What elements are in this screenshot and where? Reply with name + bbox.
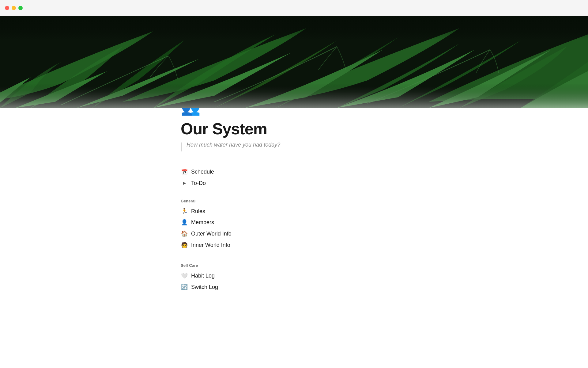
schedule-label: Schedule xyxy=(191,167,214,176)
cover-image xyxy=(0,16,588,108)
habit-log-label: Habit Log xyxy=(191,271,215,280)
window-controls xyxy=(5,6,23,10)
inner-world-icon: 🧑 xyxy=(181,241,188,250)
inner-world-info-label: Inner World Info xyxy=(191,241,230,250)
general-section-label: General xyxy=(181,199,407,203)
switch-log-icon: 🔄 xyxy=(181,283,188,292)
general-section: General 🏃 Rules 👤 Members 🏠 Outer World … xyxy=(181,199,407,251)
outer-world-info-label: Outer World Info xyxy=(191,229,232,238)
maximize-button[interactable] xyxy=(18,6,23,10)
switch-log-item[interactable]: 🔄 Switch Log xyxy=(181,282,407,293)
switch-log-label: Switch Log xyxy=(191,283,218,292)
members-label: Members xyxy=(191,218,214,227)
toggle-arrow-icon: ▶ xyxy=(181,180,188,186)
callout-bar xyxy=(181,142,182,151)
close-button[interactable] xyxy=(5,6,9,10)
page-content: 👥 Our System How much water have you had… xyxy=(156,99,432,293)
top-nav-group: 📅 Schedule ▶ To-Do xyxy=(181,166,407,189)
outer-world-info-item[interactable]: 🏠 Outer World Info xyxy=(181,228,407,240)
self-care-section-label: Self Care xyxy=(181,263,407,268)
rules-icon: 🏃 xyxy=(181,207,188,216)
outer-world-icon: 🏠 xyxy=(181,229,188,238)
members-item[interactable]: 👤 Members xyxy=(181,217,407,228)
members-icon: 👤 xyxy=(181,218,188,227)
cover-ferns-background xyxy=(0,16,588,108)
callout-block: How much water have you had today? xyxy=(181,142,407,151)
callout-text: How much water have you had today? xyxy=(187,142,280,148)
todo-label: To-Do xyxy=(191,179,206,188)
titlebar xyxy=(0,0,588,16)
minimize-button[interactable] xyxy=(12,6,16,10)
self-care-section: Self Care 🤍 Habit Log 🔄 Switch Log xyxy=(181,263,407,293)
calendar-icon: 📅 xyxy=(181,167,188,176)
rules-item[interactable]: 🏃 Rules xyxy=(181,206,407,217)
svg-rect-1 xyxy=(0,16,588,40)
habit-log-icon: 🤍 xyxy=(181,271,188,280)
page-title: Our System xyxy=(181,120,407,138)
rules-label: Rules xyxy=(191,207,205,216)
fern-svg-overlay xyxy=(0,16,588,108)
svg-rect-2 xyxy=(0,83,588,108)
schedule-item[interactable]: 📅 Schedule xyxy=(181,166,407,178)
habit-log-item[interactable]: 🤍 Habit Log xyxy=(181,270,407,282)
todo-item[interactable]: ▶ To-Do xyxy=(181,178,407,189)
inner-world-info-item[interactable]: 🧑 Inner World Info xyxy=(181,240,407,251)
